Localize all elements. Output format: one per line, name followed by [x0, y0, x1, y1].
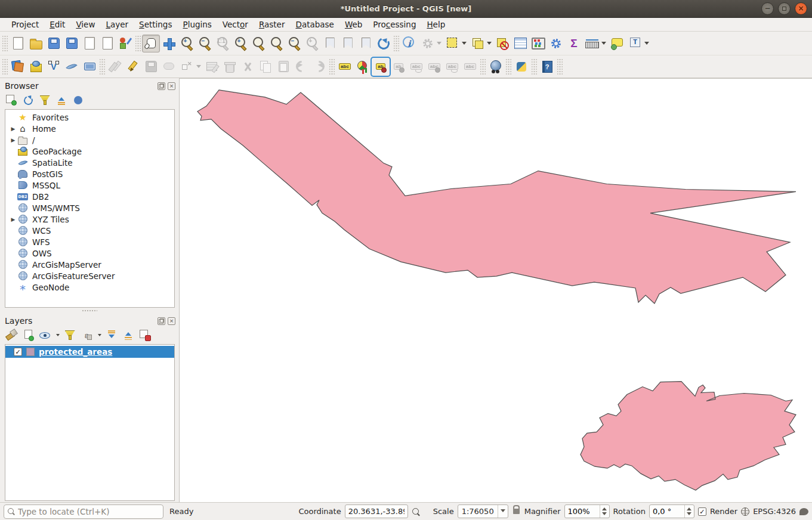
pan-map-to-selection-button[interactable] [160, 35, 178, 52]
browser-item-wcs[interactable]: WCS [5, 225, 174, 236]
browser-item-arcgisfeatureserver[interactable]: ArcGisFeatureServer [5, 270, 174, 281]
zoom-last-button[interactable]: − [285, 35, 303, 52]
menu-view[interactable]: View [70, 18, 100, 30]
magnifier-input[interactable] [565, 505, 600, 518]
browser-item--[interactable]: ▶/ [5, 134, 174, 146]
magnifier-spinbox[interactable] [564, 504, 610, 518]
locator-bar[interactable] [4, 504, 163, 519]
zoom-in-button[interactable]: + [178, 35, 196, 52]
menu-edit[interactable]: Edit [44, 18, 70, 30]
new-project-button[interactable] [9, 35, 27, 52]
coordinate-input[interactable] [345, 504, 408, 518]
refresh-browser-button[interactable] [21, 94, 35, 107]
save-project-button[interactable] [45, 35, 63, 52]
rotation-spin-buttons[interactable] [684, 505, 694, 518]
enable-disable-properties-widget-button[interactable]: i [72, 94, 85, 107]
text-annotation-dropdown-icon[interactable] [644, 42, 649, 45]
open-layer-styling-panel-button[interactable] [5, 329, 18, 342]
menu-raster[interactable]: Raster [254, 18, 291, 30]
menu-vector[interactable]: Vector [217, 18, 254, 30]
remove-layer-group-button[interactable] [138, 329, 152, 342]
menu-database[interactable]: Database [290, 18, 339, 30]
show-statistical-summary-button[interactable]: Σ [565, 35, 583, 52]
processing-toolbox-button[interactable] [547, 35, 565, 52]
browser-item-favorites[interactable]: ★Favorites [5, 112, 174, 123]
refresh-map-button[interactable] [375, 35, 393, 52]
manage-map-themes-button[interactable] [38, 329, 51, 342]
menu-processing[interactable]: Processing [368, 18, 421, 30]
expand-arrow-icon[interactable]: ▶ [9, 216, 17, 222]
identify-features-button[interactable]: i [400, 35, 418, 52]
style-manager-button[interactable] [116, 35, 134, 52]
close-button[interactable]: × [795, 2, 807, 15]
browser-item-wfs[interactable]: WFS [5, 236, 174, 247]
browser-close-button[interactable]: × [168, 82, 175, 90]
map-canvas[interactable] [180, 78, 812, 502]
menu-help[interactable]: Help [421, 18, 450, 30]
browser-item-mssql[interactable]: MSSQL [5, 179, 174, 191]
expand-arrow-icon[interactable]: ▶ [9, 126, 17, 132]
browser-item-geonode[interactable]: *GeoNode [5, 281, 174, 293]
new-print-layout-button[interactable] [81, 35, 98, 52]
open-project-button[interactable] [27, 35, 45, 52]
open-data-source-manager-button[interactable] [9, 58, 27, 76]
toggle-editing-button[interactable] [124, 58, 142, 76]
browser-item-wms-wmts[interactable]: WMS/WMTS [5, 202, 174, 213]
open-field-calculator-button[interactable] [529, 35, 547, 52]
browser-item-spatialite[interactable]: SpatiaLite [5, 157, 174, 168]
panel-splitter[interactable] [0, 308, 179, 313]
new-geopackage-layer-button[interactable] [27, 58, 45, 76]
new-shapefile-layer-button[interactable]: V [45, 58, 63, 76]
expand-arrow-icon[interactable]: ▶ [9, 137, 17, 143]
measure-line-dropdown-icon[interactable] [601, 42, 606, 45]
save-project-as-button[interactable] [63, 35, 81, 52]
new-spatialite-layer-button[interactable] [63, 58, 81, 76]
maximize-button[interactable] [778, 2, 791, 15]
scale-dropdown[interactable] [498, 505, 508, 518]
scale-combobox[interactable]: 1:76050 [458, 504, 508, 518]
text-annotation-button[interactable]: T [626, 35, 651, 52]
layers-float-button[interactable] [158, 317, 165, 325]
filter-legend-by-expression-button[interactable]: ε [80, 329, 93, 342]
manage-map-themes-dropdown-icon[interactable] [56, 334, 60, 336]
menu-project[interactable]: Project [6, 18, 44, 30]
zoom-to-selection-button[interactable] [249, 35, 267, 52]
measure-line-button[interactable] [583, 35, 608, 52]
collapse-all-button[interactable] [55, 94, 68, 107]
show-bookmark-manager-button[interactable] [357, 35, 375, 52]
deselect-features-button[interactable] [493, 35, 511, 52]
pan-map-button[interactable] [142, 35, 160, 52]
select-features-by-value-dropdown-icon[interactable] [487, 42, 492, 45]
browser-item-ows[interactable]: OWS [5, 247, 174, 259]
new-spatial-bookmark-button[interactable] [321, 35, 339, 52]
menu-plugins[interactable]: Plugins [177, 18, 217, 30]
run-feature-action-dropdown-icon[interactable] [437, 42, 441, 45]
select-features-button[interactable] [443, 35, 468, 52]
browser-item-arcgismapserver[interactable]: ArcGisMapServer [5, 259, 174, 270]
select-features-dropdown-icon[interactable] [462, 42, 467, 45]
menu-settings[interactable]: Settings [134, 18, 177, 30]
browser-item-postgis[interactable]: PostGIS [5, 168, 174, 179]
toggle-extents-icon[interactable] [412, 507, 420, 516]
show-layout-manager-button[interactable] [98, 35, 116, 52]
browser-item-geopackage[interactable]: GeoPackage [5, 146, 174, 157]
lock-scale-icon[interactable] [513, 509, 520, 514]
protected-area-polygon-1[interactable] [197, 90, 796, 304]
layer-row-protected_areas[interactable]: ✓protected_areas [5, 346, 174, 358]
select-features-by-value-button[interactable] [468, 35, 493, 52]
expand-all-layers-button[interactable] [105, 329, 118, 342]
browser-item-db2[interactable]: DB2DB2 [5, 191, 174, 202]
add-group-button[interactable] [21, 329, 35, 342]
map-tips-button[interactable] [608, 35, 626, 52]
zoom-full-button[interactable]: + [231, 35, 249, 52]
metasearch-button[interactable] [487, 58, 505, 76]
minimize-button[interactable]: − [761, 2, 774, 15]
browser-item-home[interactable]: ▶⌂Home [5, 123, 174, 134]
magnifier-spin-buttons[interactable] [600, 505, 609, 518]
help-contents-button[interactable]: ? [538, 58, 556, 76]
locator-input[interactable] [18, 507, 159, 516]
add-selected-layers-button[interactable] [5, 94, 18, 107]
render-checkbox[interactable]: ✓ [698, 507, 706, 516]
protected-area-polygon-2[interactable] [581, 382, 796, 490]
open-attribute-table-button[interactable] [511, 35, 529, 52]
